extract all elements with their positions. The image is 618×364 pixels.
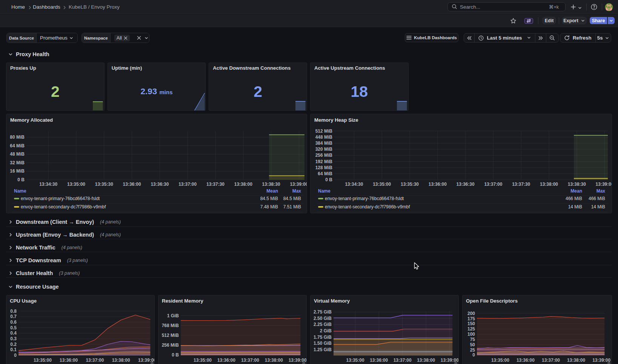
svg-text:13:35:00: 13:35:00 — [491, 358, 509, 363]
svg-text:13:36:00: 13:36:00 — [123, 182, 141, 187]
svg-text:13:37:00: 13:37:00 — [178, 182, 197, 187]
svg-text:13:38:00: 13:38:00 — [265, 358, 283, 363]
svg-text:64 MiB: 64 MiB — [10, 143, 25, 148]
svg-text:13:35:00: 13:35:00 — [67, 182, 85, 187]
svg-text:13:35:00: 13:35:00 — [194, 358, 212, 363]
svg-text:2 GiB: 2 GiB — [320, 328, 332, 333]
svg-text:200: 200 — [467, 311, 475, 316]
svg-text:25: 25 — [470, 347, 475, 353]
svg-text:13:37:00: 13:37:00 — [484, 182, 502, 187]
svg-text:192 MiB: 192 MiB — [315, 159, 333, 164]
svg-text:64 MiB: 64 MiB — [318, 171, 332, 176]
svg-text:13:37:30: 13:37:30 — [512, 182, 530, 187]
svg-text:128 MiB: 128 MiB — [315, 165, 333, 170]
svg-text:13:37:00: 13:37:00 — [86, 358, 104, 363]
svg-text:13:36:30: 13:36:30 — [457, 182, 475, 187]
svg-text:13:35:30: 13:35:30 — [95, 182, 113, 187]
svg-text:125: 125 — [467, 326, 475, 332]
svg-text:1.75 GiB: 1.75 GiB — [314, 335, 332, 340]
svg-text:13:35:30: 13:35:30 — [401, 182, 419, 187]
svg-text:16 MiB: 16 MiB — [10, 168, 25, 174]
svg-text:0.6: 0.6 — [10, 320, 17, 325]
svg-text:13:38:00: 13:38:00 — [567, 358, 585, 363]
svg-text:13:38:30: 13:38:30 — [568, 182, 586, 187]
svg-text:0: 0 — [472, 352, 475, 358]
svg-text:0.8: 0.8 — [10, 309, 17, 314]
svg-text:768 MiB: 768 MiB — [162, 323, 179, 328]
svg-text:0 B: 0 B — [325, 177, 332, 182]
svg-text:2.75 GiB: 2.75 GiB — [314, 309, 332, 315]
svg-text:2.50 GiB: 2.50 GiB — [314, 316, 332, 321]
svg-text:13:38:00: 13:38:00 — [540, 182, 558, 187]
svg-text:13:37:00: 13:37:00 — [542, 358, 560, 363]
svg-text:384 MiB: 384 MiB — [315, 141, 333, 146]
svg-text:13:36:00: 13:36:00 — [370, 358, 388, 363]
svg-text:13:37:30: 13:37:30 — [206, 182, 224, 187]
svg-text:13:38:00: 13:38:00 — [417, 358, 435, 363]
svg-text:13:34:30: 13:34:30 — [345, 182, 363, 187]
svg-text:150: 150 — [467, 321, 475, 326]
svg-text:32 MiB: 32 MiB — [10, 160, 25, 165]
svg-text:0.5: 0.5 — [10, 325, 17, 330]
svg-text:13:36:00: 13:36:00 — [217, 358, 235, 363]
svg-text:0 B: 0 B — [17, 177, 25, 182]
svg-text:13:38:30: 13:38:30 — [262, 182, 280, 187]
svg-text:2.25 GiB: 2.25 GiB — [314, 322, 332, 327]
svg-text:1.25 GiB: 1.25 GiB — [314, 347, 332, 352]
svg-text:0.4: 0.4 — [10, 330, 17, 336]
svg-text:13:35:00: 13:35:00 — [346, 358, 364, 363]
svg-text:0.2: 0.2 — [10, 342, 17, 347]
svg-text:48 MiB: 48 MiB — [10, 151, 25, 157]
svg-text:512 MiB: 512 MiB — [315, 128, 333, 134]
svg-text:320 MiB: 320 MiB — [315, 147, 333, 152]
svg-text:13:38:00: 13:38:00 — [112, 358, 130, 363]
svg-text:448 MiB: 448 MiB — [315, 135, 333, 140]
svg-text:0.7: 0.7 — [10, 314, 17, 319]
svg-text:13:36:30: 13:36:30 — [151, 182, 169, 187]
svg-text:512 MiB: 512 MiB — [162, 333, 179, 338]
svg-text:13:36:00: 13:36:00 — [60, 358, 78, 363]
svg-text:256 MiB: 256 MiB — [162, 343, 179, 348]
svg-text:13:34:30: 13:34:30 — [39, 182, 57, 187]
svg-text:0: 0 — [14, 353, 17, 358]
svg-text:80 MiB: 80 MiB — [10, 135, 25, 140]
svg-text:100: 100 — [467, 332, 475, 337]
svg-text:50: 50 — [470, 342, 475, 347]
svg-text:13:38:00: 13:38:00 — [234, 182, 252, 187]
svg-text:13:37:00: 13:37:00 — [241, 358, 259, 363]
svg-text:0.3: 0.3 — [10, 336, 17, 341]
svg-text:13:35:00: 13:35:00 — [373, 182, 391, 187]
svg-text:1 GiB: 1 GiB — [167, 313, 179, 318]
svg-text:75: 75 — [470, 337, 475, 342]
svg-text:13:36:00: 13:36:00 — [429, 182, 447, 187]
svg-text:175: 175 — [467, 316, 475, 321]
svg-text:13:36:00: 13:36:00 — [517, 358, 535, 363]
svg-text:0.1: 0.1 — [10, 347, 17, 352]
svg-text:13:37:00: 13:37:00 — [394, 358, 412, 363]
svg-text:0 B: 0 B — [172, 352, 179, 358]
svg-text:13:39:00: 13:39:00 — [290, 182, 307, 187]
svg-text:13:39:00: 13:39:00 — [596, 182, 612, 187]
svg-text:256 MiB: 256 MiB — [315, 153, 333, 158]
svg-text:1.50 GiB: 1.50 GiB — [314, 341, 332, 346]
svg-text:13:35:00: 13:35:00 — [34, 358, 52, 363]
